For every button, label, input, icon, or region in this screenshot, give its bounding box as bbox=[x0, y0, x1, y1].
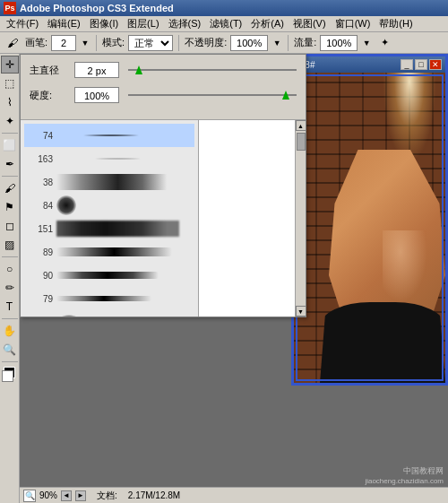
menu-edit[interactable]: 编辑(E) bbox=[43, 16, 85, 31]
list-item[interactable]: 163 bbox=[24, 147, 194, 170]
list-item[interactable]: 90 bbox=[24, 264, 194, 287]
tool-crop[interactable]: ⬜ bbox=[1, 136, 19, 154]
tool-brush[interactable]: 🖌 bbox=[1, 179, 19, 197]
figure-area bbox=[302, 87, 445, 383]
menu-help[interactable]: 帮助(H) bbox=[375, 16, 417, 31]
master-diameter-row: 主直径 2 px bbox=[30, 62, 297, 78]
tool-zoom[interactable]: 🔍 bbox=[1, 341, 19, 359]
tool-hand[interactable]: ✋ bbox=[1, 322, 19, 340]
hardness-row: 硬度: 100% bbox=[30, 87, 297, 103]
hardness-value[interactable]: 100% bbox=[74, 87, 119, 103]
scroll-up-button[interactable]: ▲ bbox=[296, 120, 306, 131]
tool-gradient[interactable]: ▨ bbox=[1, 236, 19, 254]
mode-select[interactable]: 正常 溶解 bbox=[128, 35, 173, 51]
tool-marquee[interactable]: ⬚ bbox=[1, 74, 19, 92]
mode-label: 模式: bbox=[102, 36, 125, 49]
window-title: Adobe Photoshop CS3 Extended bbox=[20, 3, 174, 13]
watermark-line1: 中国教程网 bbox=[365, 465, 444, 477]
menu-filter[interactable]: 滤镜(T) bbox=[205, 16, 246, 31]
brush-right-panel: ▲ ▼ bbox=[198, 120, 306, 317]
window-controls: _ □ ✕ bbox=[401, 59, 442, 70]
options-bar: 🖌 画笔: ▼ 模式: 正常 溶解 不透明度: ▼ 流量: ▼ ✦ bbox=[0, 32, 448, 54]
watermark-line2: jiaocheng.chazidian.com bbox=[365, 477, 444, 485]
tool-eraser[interactable]: ◻ bbox=[1, 217, 19, 235]
list-item[interactable]: 38 bbox=[24, 170, 194, 194]
flow-input[interactable] bbox=[320, 35, 358, 51]
menu-bar: 文件(F) 编辑(E) 图像(I) 图层(L) 选择(S) 滤镜(T) 分析(A… bbox=[0, 16, 448, 32]
brush-list[interactable]: 74 163 38 84 bbox=[21, 120, 198, 317]
list-item[interactable]: 74 bbox=[24, 124, 194, 147]
brush-panel: 主直径 2 px 硬度: 100% bbox=[20, 54, 306, 317]
tool-text[interactable]: T bbox=[1, 298, 19, 316]
opacity-label: 不透明度: bbox=[185, 36, 227, 49]
app-icon: Ps bbox=[4, 2, 16, 14]
menu-window[interactable]: 窗口(W) bbox=[331, 16, 375, 31]
status-icon[interactable]: 🔍 bbox=[23, 490, 36, 502]
hardness-slider[interactable] bbox=[128, 88, 297, 102]
list-item[interactable]: 84 bbox=[24, 194, 194, 217]
list-item[interactable]: 147 bbox=[24, 310, 194, 317]
zoom-level: 90% bbox=[39, 490, 57, 500]
scroll-down-button[interactable]: ▼ bbox=[296, 306, 306, 317]
brush-tool-icon[interactable]: 🖌 bbox=[4, 34, 22, 52]
scroll-thumb[interactable] bbox=[297, 133, 306, 151]
tool-eyedropper[interactable]: ✒ bbox=[1, 155, 19, 173]
brush-list-container: 74 163 38 84 bbox=[21, 119, 306, 317]
workspace: ✛ ⬚ ⌇ ✦ ⬜ ✒ 🖌 ⚑ ◻ ▨ ○ ✏ T ✋ 🔍 主直 bbox=[0, 54, 448, 503]
prev-page-button[interactable]: ◄ bbox=[61, 490, 72, 501]
master-diameter-label: 主直径 bbox=[30, 64, 74, 77]
brush-scrollbar[interactable]: ▲ ▼ bbox=[295, 120, 306, 317]
tool-dodge[interactable]: ○ bbox=[1, 260, 19, 278]
photo-container bbox=[294, 73, 445, 383]
menu-file[interactable]: 文件(F) bbox=[2, 16, 43, 31]
tool-lasso[interactable]: ⌇ bbox=[1, 93, 19, 111]
preview-panel: 6/8# _ □ ✕ bbox=[291, 54, 448, 386]
close-button[interactable]: ✕ bbox=[429, 59, 442, 70]
list-item[interactable]: 151 bbox=[24, 217, 194, 240]
toolbox: ✛ ⬚ ⌇ ✦ ⬜ ✒ 🖌 ⚑ ◻ ▨ ○ ✏ T ✋ 🔍 bbox=[0, 54, 20, 503]
doc-label: 文档: bbox=[97, 490, 117, 502]
tool-clone[interactable]: ⚑ bbox=[1, 198, 19, 216]
brush-size-input[interactable] bbox=[51, 35, 76, 51]
list-item[interactable]: 89 bbox=[24, 240, 194, 264]
brush-label: 画笔: bbox=[25, 36, 47, 49]
title-bar: Ps Adobe Photoshop CS3 Extended bbox=[0, 0, 448, 16]
tool-move[interactable]: ✛ bbox=[1, 56, 19, 74]
airbrush-icon[interactable]: ✦ bbox=[375, 34, 393, 52]
hardness-label: 硬度: bbox=[30, 89, 74, 102]
flow-label: 流量: bbox=[294, 36, 316, 49]
master-diameter-value[interactable]: 2 px bbox=[74, 62, 119, 78]
list-item[interactable]: 79 bbox=[24, 287, 194, 310]
opacity-input[interactable] bbox=[230, 35, 268, 51]
menu-image[interactable]: 图像(I) bbox=[85, 16, 123, 31]
next-page-button[interactable]: ► bbox=[75, 490, 86, 501]
foreground-color[interactable] bbox=[2, 367, 18, 383]
minimize-button[interactable]: _ bbox=[401, 59, 413, 70]
menu-view[interactable]: 视图(V) bbox=[289, 16, 331, 31]
canvas-area[interactable]: 主直径 2 px 硬度: 100% bbox=[20, 54, 448, 503]
tool-magic-wand[interactable]: ✦ bbox=[1, 112, 19, 130]
opacity-arrow[interactable]: ▼ bbox=[271, 34, 282, 52]
menu-layer[interactable]: 图层(L) bbox=[123, 16, 163, 31]
tool-pen[interactable]: ✏ bbox=[1, 279, 19, 297]
brush-picker-arrow[interactable]: ▼ bbox=[80, 34, 90, 52]
status-bar: 🔍 90% ◄ ► 文档: 2.17M/12.8M bbox=[20, 487, 448, 503]
preview-titlebar: 6/8# _ □ ✕ bbox=[294, 56, 445, 73]
maximize-button[interactable]: □ bbox=[415, 59, 427, 70]
watermark: 中国教程网 jiaocheng.chazidian.com bbox=[365, 465, 444, 485]
flow-arrow[interactable]: ▼ bbox=[361, 34, 372, 52]
menu-analyze[interactable]: 分析(A) bbox=[246, 16, 289, 31]
menu-select[interactable]: 选择(S) bbox=[164, 16, 206, 31]
master-diameter-slider[interactable] bbox=[128, 63, 297, 77]
doc-size: 2.17M/12.8M bbox=[128, 490, 180, 500]
